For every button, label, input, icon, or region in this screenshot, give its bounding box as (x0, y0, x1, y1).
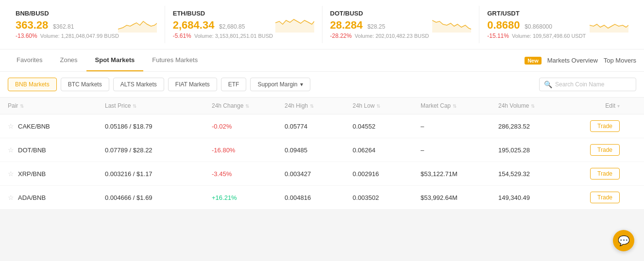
pair-name: CAKE/BNB (18, 123, 50, 130)
sort-icon-edit: ▾ (617, 103, 620, 109)
cell-high-3: 0.004816 (285, 194, 353, 201)
table-body: ☆ CAKE/BNB 0.05186 / $18.79 -0.02% 0.057… (0, 114, 644, 210)
ticker-volume-text: Volume: 202,010,482.23 BUSD (355, 33, 429, 39)
search-icon: 🔍 (544, 81, 552, 88)
ticker-bnb-busd[interactable]: BNB/BUSD 363.28 $362.81 -13.60% Volume: … (8, 6, 165, 43)
pair-name: XRP/BNB (18, 170, 46, 178)
tab-zones[interactable]: Zones (51, 49, 86, 71)
sort-icon-24h-high: ⇅ (310, 103, 314, 109)
sort-icon-last-price: ⇅ (133, 103, 136, 109)
cell-action-3: Trade (571, 192, 620, 203)
cell-last-price-1: 0.07789 / $28.22 (105, 147, 212, 154)
ticker-dot-busd[interactable]: DOT/BUSD 28.284 $28.25 -28.22% Volume: 2… (322, 6, 480, 43)
ticker-change: -5.61% (173, 33, 191, 39)
star-icon[interactable]: ☆ (8, 194, 14, 201)
cell-volume-1: 195,025.28 (498, 147, 571, 154)
new-badge: New (525, 57, 542, 65)
svg-marker-1 (275, 19, 314, 33)
ticker-usd-price: $362.81 (53, 23, 74, 30)
filter-alts-markets[interactable]: ALTS Markets (113, 78, 164, 91)
filter-bar: BNB Markets BTC Markets ALTS Markets FIA… (0, 72, 644, 98)
star-icon[interactable]: ☆ (8, 122, 14, 130)
cell-pair-0: ☆ CAKE/BNB (8, 122, 105, 130)
top-movers-link[interactable]: Top Movers (604, 57, 636, 64)
pair-name: DOT/BNB (18, 147, 46, 154)
cell-change-1: -16.80% (212, 147, 285, 154)
cell-market-cap-3: $53,992.64M (421, 194, 498, 201)
cell-action-0: Trade (571, 120, 620, 132)
cell-market-cap-0: – (421, 123, 498, 130)
trade-button-0[interactable]: Trade (590, 120, 620, 132)
nav-right: New Markets Overview Top Movers (525, 57, 636, 65)
nav-bar: Favorites Zones Spot Markets Futures Mar… (0, 49, 644, 72)
th-24h-change[interactable]: 24h Change ⇅ (212, 102, 285, 109)
ticker-usd-price: $0.868000 (525, 23, 552, 30)
cell-pair-1: ☆ DOT/BNB (8, 146, 105, 154)
ticker-price: 2,684.34 (173, 19, 215, 32)
cell-change-3: +16.21% (212, 194, 285, 201)
filter-bnb-markets[interactable]: BNB Markets (8, 78, 57, 91)
ticker-chart-bnb (118, 16, 157, 34)
th-edit[interactable]: Edit ▾ (571, 102, 620, 109)
cell-high-2: 0.003427 (285, 170, 353, 178)
ticker-price: 0.8680 (487, 19, 520, 32)
cell-last-price-3: 0.004666 / $1.69 (105, 194, 212, 201)
cell-volume-0: 286,283.52 (498, 123, 571, 130)
sort-icon-24h-volume: ⇅ (531, 103, 535, 109)
table-row: ☆ XRP/BNB 0.003216 / $1.17 -3.45% 0.0034… (0, 162, 644, 186)
cell-volume-3: 149,340.49 (498, 194, 571, 201)
star-icon[interactable]: ☆ (8, 146, 14, 154)
th-24h-volume[interactable]: 24h Volume ⇅ (498, 102, 571, 109)
th-last-price[interactable]: Last Price ⇅ (105, 102, 212, 109)
tab-favorites[interactable]: Favorites (8, 49, 51, 71)
th-market-cap[interactable]: Market Cap ⇅ (421, 102, 498, 109)
svg-marker-3 (590, 24, 628, 33)
th-pair[interactable]: Pair ⇅ (8, 102, 105, 109)
ticker-volume-text: Volume: 109,587,498.60 USDT (512, 33, 586, 39)
table-row: ☆ CAKE/BNB 0.05186 / $18.79 -0.02% 0.057… (0, 114, 644, 138)
sort-icon-market-cap: ⇅ (453, 103, 457, 109)
markets-overview-link[interactable]: Markets Overview (547, 57, 598, 64)
tab-spot-markets[interactable]: Spot Markets (86, 49, 144, 71)
trade-button-2[interactable]: Trade (590, 168, 620, 179)
cell-low-2: 0.002916 (353, 170, 421, 178)
ticker-grt-usdt[interactable]: GRT/USDT 0.8680 $0.868000 -15.11% Volume… (479, 6, 636, 43)
ticker-change: -15.11% (487, 33, 509, 39)
cell-pair-3: ☆ ADA/BNB (8, 194, 105, 201)
star-icon[interactable]: ☆ (8, 170, 14, 178)
table-row: ☆ DOT/BNB 0.07789 / $28.22 -16.80% 0.094… (0, 138, 644, 162)
cell-change-2: -3.45% (212, 170, 285, 178)
cell-volume-2: 154,529.32 (498, 170, 571, 178)
cell-market-cap-2: $53,122.71M (421, 170, 498, 178)
tab-futures-markets[interactable]: Futures Markets (143, 49, 206, 71)
th-24h-low[interactable]: 24h Low ⇅ (353, 102, 421, 109)
sort-icon-24h-change: ⇅ (245, 103, 249, 109)
support-margin-label: Support Margin (257, 81, 297, 88)
cell-high-0: 0.05774 (285, 123, 353, 130)
cell-market-cap-1: – (421, 147, 498, 154)
market-table: Pair ⇅ Last Price ⇅ 24h Change ⇅ 24h Hig… (0, 98, 644, 210)
cell-action-2: Trade (571, 168, 620, 179)
trade-button-3[interactable]: Trade (590, 192, 620, 203)
cell-action-1: Trade (571, 144, 620, 156)
ticker-usd-price: $28.25 (367, 23, 385, 30)
search-coin-input[interactable] (539, 78, 636, 91)
filter-fiat-markets[interactable]: FIAT Markets (168, 78, 217, 91)
cell-last-price-0: 0.05186 / $18.79 (105, 123, 212, 130)
trade-button-1[interactable]: Trade (590, 144, 620, 156)
pair-name: ADA/BNB (18, 194, 46, 201)
cell-low-1: 0.06264 (353, 147, 421, 154)
support-margin-dropdown[interactable]: Support Margin ▾ (250, 78, 310, 91)
cell-last-price-2: 0.003216 / $1.17 (105, 170, 212, 178)
chevron-down-icon: ▾ (300, 81, 303, 88)
ticker-eth-busd[interactable]: ETH/BUSD 2,684.34 $2,680.85 -5.61% Volum… (165, 6, 322, 43)
ticker-volume-text: Volume: 1,281,048,047.99 BUSD (40, 33, 119, 39)
th-24h-high[interactable]: 24h High ⇅ (285, 102, 353, 109)
table-row: ☆ ADA/BNB 0.004666 / $1.69 +16.21% 0.004… (0, 186, 644, 210)
ticker-bar: BNB/BUSD 363.28 $362.81 -13.60% Volume: … (0, 0, 644, 49)
cell-pair-2: ☆ XRP/BNB (8, 170, 105, 178)
ticker-chart-eth (275, 16, 314, 34)
filter-btc-markets[interactable]: BTC Markets (61, 78, 109, 91)
filter-etf[interactable]: ETF (221, 78, 247, 91)
sort-icon-pair: ⇅ (20, 103, 24, 109)
